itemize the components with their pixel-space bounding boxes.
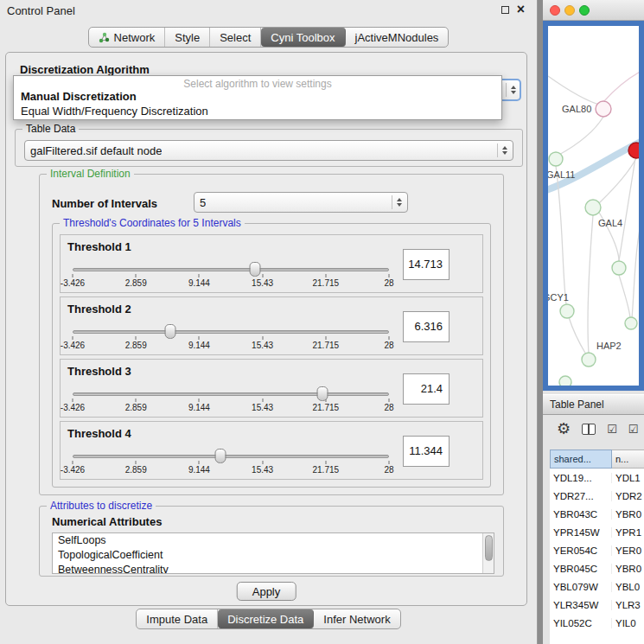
tab-infer-network[interactable]: Infer Network — [314, 609, 399, 628]
attribute-list-item[interactable]: SelfLoops — [53, 533, 494, 548]
dropdown-option-equal-width-frequency[interactable]: Equal Width/Frequency Discretization — [21, 105, 208, 118]
dropdown-option-manual-discretization[interactable]: Manual Discretization — [21, 90, 137, 103]
select-all-checkbox-icon[interactable]: ☑ — [607, 423, 617, 436]
attributes-group: Attributes to discretize Numerical Attri… — [39, 506, 504, 577]
slider-tick — [199, 336, 200, 340]
table-row[interactable]: YDL19...YDL1 — [550, 469, 644, 487]
float-window-icon[interactable] — [501, 6, 509, 14]
table-row[interactable]: YBR043CYBR0 — [550, 505, 644, 523]
slider-track[interactable] — [73, 392, 389, 396]
close-window-icon[interactable]: × — [517, 3, 525, 16]
combobox-stepper[interactable] — [392, 195, 402, 208]
slider-tick-label: 9.144 — [188, 341, 210, 350]
table-cell: YPR1 — [612, 527, 644, 538]
table-row[interactable]: YLR345WYLR3 — [550, 596, 644, 614]
table-row[interactable]: YPR145WYPR1 — [550, 523, 644, 541]
threshold-3-slider[interactable]: -3.4262.8599.14415.4321.71528 — [73, 392, 389, 396]
slider-tick — [136, 461, 137, 464]
network-node[interactable] — [582, 353, 596, 367]
threshold-2-slider-handle[interactable] — [165, 324, 176, 339]
slider-tick — [136, 274, 137, 277]
tab-jactivemnodules[interactable]: jActiveMNodules — [346, 28, 449, 47]
scrollbar-thumb[interactable] — [485, 535, 493, 561]
table-cell: YDL1 — [612, 473, 644, 483]
table-cell: YBL0 — [612, 582, 644, 592]
control-panel-titlebar[interactable]: Control Panel × — [0, 0, 537, 22]
attribute-list-item[interactable]: TopologicalCoefficient — [53, 548, 494, 563]
algorithm-group-label: Discretization Algorithm — [20, 63, 150, 76]
table-row[interactable]: YBL079WYBL0 — [550, 577, 644, 596]
combobox-stepper[interactable] — [506, 83, 516, 96]
threshold-2-slider[interactable]: -3.4262.8599.14415.4321.71528 — [73, 330, 389, 334]
slider-tick-label: 15.43 — [252, 278, 273, 288]
tab-select[interactable]: Select — [210, 28, 261, 47]
slider-tick-label: 9.144 — [188, 278, 210, 288]
desktop: Control Panel × Network Style — [0, 0, 644, 644]
network-node[interactable] — [585, 200, 601, 215]
threshold-1-value-field[interactable]: 14.713 — [403, 249, 450, 280]
tab-impute-data[interactable]: Impute Data — [137, 609, 218, 628]
combobox-stepper[interactable] — [497, 143, 507, 156]
table-row[interactable]: YBR045CYBR0 — [550, 559, 644, 577]
threshold-4-value-field[interactable]: 11.344 — [403, 436, 450, 467]
zoom-traffic-light[interactable] — [579, 5, 590, 16]
network-node[interactable] — [596, 101, 611, 117]
table-data-combobox[interactable]: galFiltered.sif default node — [24, 140, 513, 161]
network-node-label: GAL11 — [548, 169, 575, 180]
tab-cyni-toolbox[interactable]: Cyni Toolbox — [261, 28, 345, 47]
network-canvas[interactable]: GAL80GAL11GAL4GCY1HAP2 — [543, 21, 644, 391]
select-column-checkbox-icon[interactable]: ☑ — [628, 423, 639, 436]
table-row[interactable]: YER054CYER0 — [550, 541, 644, 559]
threshold-1-slider-handle[interactable] — [250, 262, 261, 277]
table-panel-title: Table Panel — [550, 399, 604, 411]
slider-tick — [73, 461, 73, 464]
threshold-4-slider[interactable]: -3.4262.8599.14415.4321.71528 — [73, 455, 389, 458]
column-visibility-icon[interactable] — [582, 424, 596, 435]
table-data-group-label: Table Data — [22, 123, 79, 135]
slider-tick — [262, 399, 263, 402]
network-node[interactable] — [549, 152, 563, 166]
network-edge — [548, 138, 639, 192]
threshold-1-slider[interactable]: -3.4262.8599.14415.4321.71528 — [73, 268, 389, 271]
table-row[interactable]: YIL052CYIL0 — [550, 614, 644, 632]
list-scrollbar[interactable] — [482, 533, 494, 573]
network-node[interactable] — [625, 317, 637, 329]
tab-network[interactable]: Network — [89, 28, 166, 47]
apply-button[interactable]: Apply — [237, 582, 296, 601]
threshold-2-panel: Threshold 2 -3.4262.8599.14415.4321.7152… — [60, 296, 483, 355]
attribute-list-item[interactable]: BetweennessCentrality — [53, 563, 494, 574]
column-header-shared-name[interactable]: shared... — [550, 450, 612, 469]
network-graph: GAL80GAL11GAL4GCY1HAP2 — [548, 26, 639, 386]
network-edge — [569, 317, 586, 354]
threshold-3-slider-handle[interactable] — [317, 386, 328, 401]
number-of-intervals-combobox[interactable]: 5 — [194, 192, 408, 213]
threshold-3-panel: Threshold 3 -3.4262.8599.14415.4321.7152… — [60, 359, 483, 418]
network-node[interactable] — [628, 143, 639, 158]
slider-track[interactable] — [73, 268, 389, 271]
threshold-3-value-field[interactable]: 21.4 — [403, 373, 450, 405]
network-node[interactable] — [560, 304, 574, 318]
close-traffic-light[interactable] — [550, 5, 560, 16]
tab-style[interactable]: Style — [165, 28, 210, 47]
network-node[interactable] — [612, 261, 626, 275]
numerical-attributes-list[interactable]: SelfLoopsTopologicalCoefficientBetweenne… — [52, 532, 494, 574]
tab-label: jActiveMNodules — [355, 31, 439, 44]
table-panel-header[interactable]: Table Panel — [543, 394, 644, 415]
threshold-3-label: Threshold 3 — [67, 365, 131, 378]
tab-discretize-data[interactable]: Discretize Data — [218, 609, 314, 628]
threshold-4-slider-handle[interactable] — [215, 449, 226, 463]
network-node[interactable] — [559, 376, 571, 386]
slider-track[interactable] — [73, 455, 389, 458]
tab-label: Cyni Toolbox — [271, 31, 335, 44]
network-edge — [619, 275, 630, 318]
settings-gear-icon[interactable]: ⚙ — [557, 420, 571, 437]
control-panel-window: Control Panel × Network Style — [0, 0, 538, 644]
threshold-1-label: Threshold 1 — [67, 240, 131, 253]
table-row[interactable]: YDR27...YDR2 — [550, 487, 644, 505]
column-header-name[interactable]: n... — [612, 450, 644, 469]
network-window-titlebar[interactable] — [543, 0, 644, 21]
slider-tick — [262, 336, 263, 340]
threshold-2-value-field[interactable]: 6.316 — [403, 311, 450, 342]
slider-track[interactable] — [73, 330, 389, 334]
minimize-traffic-light[interactable] — [564, 5, 575, 16]
